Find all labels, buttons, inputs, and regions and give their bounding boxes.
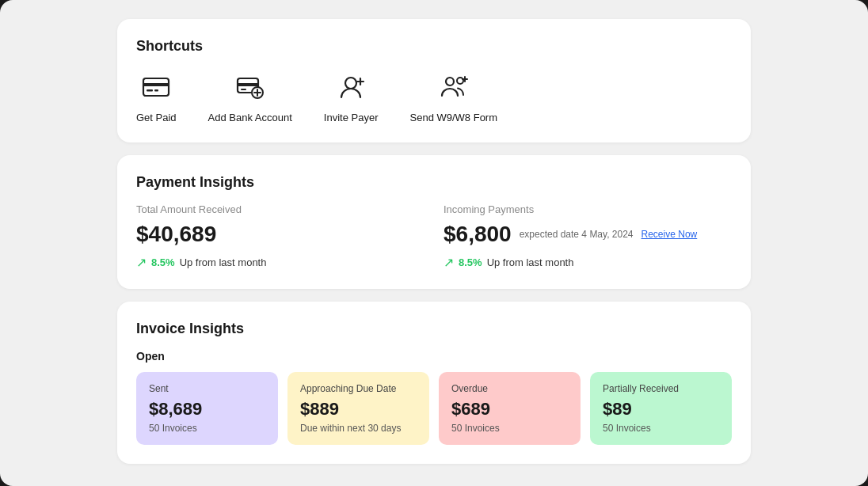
svg-point-10 bbox=[345, 78, 356, 89]
sent-amount: $8,689 bbox=[149, 399, 265, 420]
incoming-payments-label: Incoming Payments bbox=[444, 203, 732, 215]
invoice-insights-card: Invoice Insights Open Sent $8,689 50 Inv… bbox=[117, 302, 751, 464]
incoming-amount-row: $6,800 expected date 4 May, 2024 Receive… bbox=[444, 222, 732, 247]
approaching-label: Approaching Due Date bbox=[300, 383, 417, 394]
shortcuts-title: Shortcuts bbox=[136, 38, 732, 55]
shortcut-send-w9[interactable]: Send W9/W8 Form bbox=[410, 67, 498, 123]
total-received-trend: ↗ 8.5% Up from last month bbox=[136, 255, 424, 270]
trend-up-icon-2: ↗ bbox=[444, 255, 454, 270]
invoice-cards-grid: Sent $8,689 50 Invoices Approaching Due … bbox=[136, 372, 732, 445]
expected-date-text: expected date 4 May, 2024 bbox=[520, 229, 634, 240]
shortcut-invite-payer[interactable]: Invite Payer bbox=[324, 67, 379, 123]
partial-sub: 50 Invoices bbox=[603, 423, 719, 434]
invoice-insights-title: Invoice Insights bbox=[136, 321, 732, 337]
main-content: Shortcuts Get Paid bbox=[117, 19, 751, 464]
invite-payer-icon bbox=[332, 67, 370, 105]
overdue-sub: 50 Invoices bbox=[451, 423, 568, 434]
get-paid-icon bbox=[137, 67, 175, 105]
overdue-amount: $689 bbox=[451, 399, 568, 420]
svg-rect-6 bbox=[241, 89, 246, 90]
incoming-trend: ↗ 8.5% Up from last month bbox=[444, 255, 732, 270]
trend-percent-2: 8.5% bbox=[459, 256, 482, 268]
payment-insights-title: Payment Insights bbox=[136, 174, 732, 191]
svg-rect-1 bbox=[143, 83, 169, 86]
invoice-open-label: Open bbox=[136, 350, 732, 363]
shortcut-add-bank[interactable]: Add Bank Account bbox=[208, 67, 292, 123]
insights-grid: Total Amount Received $40,689 ↗ 8.5% Up … bbox=[136, 203, 732, 270]
partial-amount: $89 bbox=[603, 399, 719, 420]
svg-point-13 bbox=[446, 78, 454, 85]
sent-sub: 50 Invoices bbox=[149, 423, 265, 434]
shortcut-get-paid-label: Get Paid bbox=[136, 112, 177, 123]
shortcuts-card: Shortcuts Get Paid bbox=[117, 19, 751, 142]
shortcut-send-w9-label: Send W9/W8 Form bbox=[410, 112, 498, 123]
send-w9-icon bbox=[435, 67, 473, 105]
total-received-amount: $40,689 bbox=[136, 222, 424, 247]
trend-text-2: Up from last month bbox=[487, 256, 574, 268]
svg-rect-5 bbox=[238, 83, 258, 86]
svg-rect-3 bbox=[154, 89, 158, 92]
total-received-label: Total Amount Received bbox=[136, 203, 424, 215]
trend-percent-1: 8.5% bbox=[151, 256, 175, 268]
payment-insights-card: Payment Insights Total Amount Received $… bbox=[117, 155, 751, 289]
trend-text-1: Up from last month bbox=[180, 256, 267, 268]
invoice-card-sent[interactable]: Sent $8,689 50 Invoices bbox=[136, 372, 278, 445]
incoming-amount: $6,800 bbox=[444, 222, 512, 247]
svg-rect-0 bbox=[143, 78, 169, 96]
invoice-card-partial[interactable]: Partially Received $89 50 Invoices bbox=[590, 372, 732, 445]
overdue-label: Overdue bbox=[451, 383, 568, 394]
svg-rect-2 bbox=[147, 89, 153, 92]
shortcut-add-bank-label: Add Bank Account bbox=[208, 112, 292, 123]
receive-now-link[interactable]: Receive Now bbox=[641, 229, 698, 240]
incoming-payments-section: Incoming Payments $6,800 expected date 4… bbox=[444, 203, 732, 270]
partial-label: Partially Received bbox=[603, 383, 719, 394]
page-container: Shortcuts Get Paid bbox=[0, 0, 868, 486]
shortcut-get-paid[interactable]: Get Paid bbox=[136, 67, 177, 123]
invoice-card-approaching[interactable]: Approaching Due Date $889 Due within nex… bbox=[287, 372, 429, 445]
invoice-card-overdue[interactable]: Overdue $689 50 Invoices bbox=[439, 372, 581, 445]
shortcuts-grid: Get Paid Add Bank Accoun bbox=[136, 67, 732, 123]
approaching-sub: Due within next 30 days bbox=[300, 423, 417, 434]
total-received-section: Total Amount Received $40,689 ↗ 8.5% Up … bbox=[136, 203, 424, 270]
add-bank-icon bbox=[231, 67, 269, 105]
sent-label: Sent bbox=[149, 383, 265, 394]
shortcut-invite-payer-label: Invite Payer bbox=[324, 112, 379, 123]
approaching-amount: $889 bbox=[300, 399, 417, 420]
trend-up-icon-1: ↗ bbox=[136, 255, 147, 270]
